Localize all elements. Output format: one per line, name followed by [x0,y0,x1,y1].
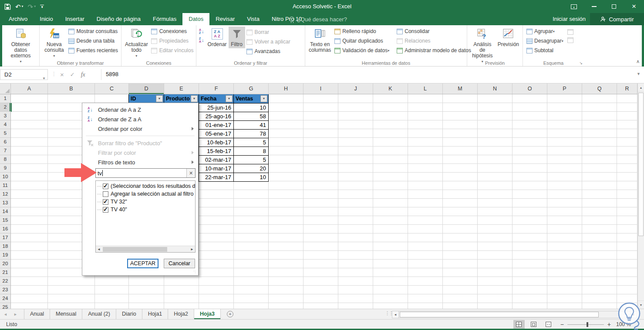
table-cell-fecha[interactable]: 15-feb-17 [199,147,234,156]
tell-me-box[interactable]: ¿Qué desea hacer? [289,13,347,25]
column-header-K[interactable]: K [373,83,408,94]
column-header-E[interactable]: E [164,83,199,94]
column-header-R[interactable]: R [617,83,637,94]
table-cell-ventas[interactable]: 5 [233,138,269,147]
checkbox-checked-icon[interactable] [103,207,108,213]
new-sheet-button[interactable]: + [227,311,233,317]
share-button[interactable]: Compartir [590,13,644,25]
row-header-25[interactable]: 25 [0,303,10,309]
column-header-L[interactable]: L [408,83,443,94]
ribbon-tab-dise-o-de-p-gina[interactable]: Diseño de página [91,13,147,25]
mostrar-consultas-button[interactable]: Mostrar consultas [67,27,119,36]
row-header-19[interactable]: 19 [0,251,10,260]
hide-detail-icon[interactable] [567,37,573,43]
clear-search-icon[interactable]: ✕ [186,169,195,177]
dialog-launcher-icon[interactable]: ↘ [579,61,583,65]
sheet-tab-mensual[interactable]: Mensual [50,309,82,319]
column-header-C[interactable]: C [95,83,129,94]
row-header-4[interactable]: 4 [0,120,10,129]
worksheet-grid[interactable]: 1234567891011121314151617181920212223242… [0,94,637,309]
filter-dropdown-icon[interactable]: ▼ [260,95,267,102]
row-header-20[interactable]: 20 [0,260,10,268]
sheet-tab-anual-2[interactable]: Anual (2) [82,309,116,319]
new-query-button[interactable]: Nueva consulta ▾ [41,27,67,60]
sheet-tab-hoja2[interactable]: Hoja2 [168,309,194,319]
zoom-in-button[interactable]: + [607,321,611,328]
row-header-7[interactable]: 7 [0,147,10,155]
validaci-n-de-datos-button[interactable]: Validación de datos ▾ [333,46,391,55]
aceptar-button[interactable]: ACEPTAR [127,259,158,268]
maximize-icon[interactable] [604,0,624,13]
sheet-tab-hoja1[interactable]: Hoja1 [142,309,169,319]
conexiones-button[interactable]: Conexiones [150,27,195,36]
table-cell-fecha[interactable]: 25-ago-16 [199,112,234,121]
subtotal-button[interactable]: Subtotal [525,46,565,55]
borrar-button[interactable]: Borrar [245,27,292,37]
filter-button[interactable]: Filtro [229,27,245,48]
row-header-2[interactable]: 2 [0,103,10,112]
zoom-slider[interactable] [567,324,604,325]
ribbon-tab-inicio[interactable]: Inicio [34,13,59,25]
select-all-corner[interactable] [0,83,11,94]
table-cell-fecha[interactable]: 02-mar-17 [199,155,234,164]
sort-asc-button[interactable]: AZ↓ [199,28,204,34]
formula-input[interactable]: 5898 [101,69,633,80]
column-header-M[interactable]: M [443,83,478,94]
scroll-left-icon[interactable]: ◄ [392,311,399,318]
save-icon[interactable] [4,3,11,10]
row-header-10[interactable]: 10 [0,173,10,181]
row-header-1[interactable]: 1 [0,94,10,103]
ribbon-tab-vista[interactable]: Vista [241,13,266,25]
column-header-G[interactable]: G [234,83,269,94]
filter-menu-item-borrar-filtro-de-producto[interactable]: Borrar filtro de "Producto" [82,138,198,148]
ribbon-tab-datos[interactable]: Datos [182,13,209,25]
column-header-H[interactable]: H [269,83,303,94]
ribbon-tab-insertar[interactable]: Insertar [59,13,91,25]
quitar-duplicados-button[interactable]: Quitar duplicados [333,36,391,46]
ribbon-tab-revisar[interactable]: Revisar [209,13,241,25]
table-cell-ventas[interactable]: 58 [233,112,269,121]
collapse-ribbon-icon[interactable]: ∧ [636,59,640,64]
scroll-up-icon[interactable]: ▲ [638,83,644,92]
row-header-5[interactable]: 5 [0,129,10,138]
column-header-N[interactable]: N [478,83,513,94]
sort-button[interactable]: Z AA Z Ordenar [206,27,229,48]
page-break-view-button[interactable] [543,320,554,329]
filter-menu-item-ordenar-de-a-a-z[interactable]: AZ↓Ordenar de A a Z [82,105,198,114]
column-header-O[interactable]: O [513,83,547,94]
ribbon-display-options-icon[interactable]: ▴ [564,0,584,13]
avanzadas-button[interactable]: Avanzadas [245,47,292,56]
filter-checklist-item-0[interactable]: (Seleccionar todos los resultados de b [96,182,195,190]
scrollbar-thumb[interactable] [103,247,167,252]
sheet-tab-diario[interactable]: Diario [116,309,142,319]
sheet-tab-anual[interactable]: Anual [24,309,50,319]
hscrollbar-thumb[interactable] [400,312,599,317]
refresh-all-button[interactable]: Actualizar todo ▾ [123,27,150,60]
row-header-23[interactable]: 23 [0,286,10,294]
table-cell-fecha[interactable]: 10-feb-17 [199,138,234,147]
row-header-21[interactable]: 21 [0,268,10,277]
row-header-22[interactable]: 22 [0,277,10,286]
checkbox-checked-icon[interactable] [103,199,108,205]
desagrupar-button[interactable]: Desagrupar ▾ [525,36,565,46]
row-header-15[interactable]: 15 [0,216,10,225]
insert-function-icon[interactable]: fx [81,71,85,78]
sheet-tab-hoja3[interactable]: Hoja3 [194,309,221,319]
editar-v-nculos-button[interactable]: Editar vínculos [150,46,195,55]
customize-qat-icon[interactable]: ▾ [40,5,44,8]
agrupar-button[interactable]: Agrupar ▾ [525,27,565,36]
what-if-analysis-button[interactable]: ? Análisis de hipótesis ▾ [469,27,496,65]
column-header-I[interactable]: I [303,83,338,94]
table-cell-ventas[interactable]: 8 [233,147,269,156]
checkbox-checked-icon[interactable] [103,183,108,189]
table-cell-fecha[interactable]: 22-mar-17 [199,173,234,182]
row-header-6[interactable]: 6 [0,138,10,147]
row-header-8[interactable]: 8 [0,155,10,164]
filter-dropdown-icon[interactable]: ▼ [156,95,163,102]
filter-search-box[interactable]: tv ✕ [95,168,196,178]
relaciones-button[interactable]: Relaciones [395,36,472,46]
text-to-columns-button[interactable]: Texto en columnas [307,27,333,54]
ribbon-tab-archivo[interactable]: Archivo [3,13,34,25]
administrar-modelo-de-datos-button[interactable]: Administrar modelo de datos [395,46,472,55]
table-cell-fecha[interactable]: 25-jun-16 [199,103,234,112]
